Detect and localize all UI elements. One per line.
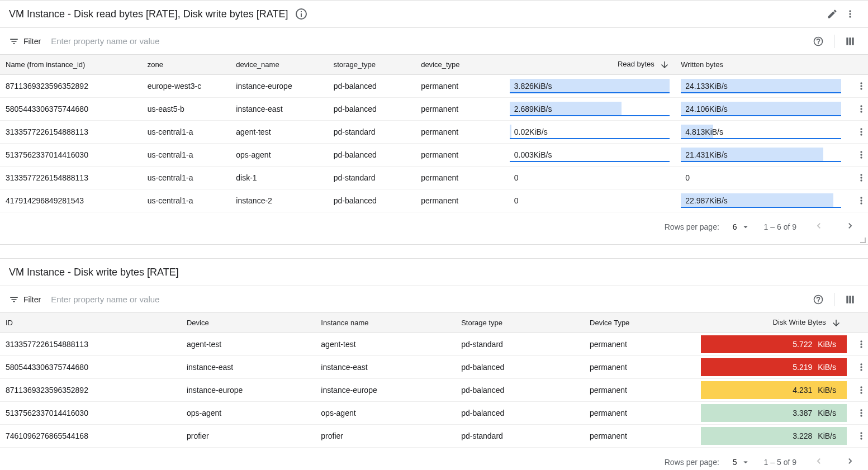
row-more-button[interactable] <box>852 123 868 141</box>
panel2-filter-input[interactable] <box>50 294 805 305</box>
cell-name: 3133577226154888113 <box>0 167 142 189</box>
col-storage-type[interactable]: Storage type <box>456 313 584 333</box>
col-instance[interactable]: Instance name <box>315 313 456 333</box>
col-disk-write-bytes[interactable]: Disk Write Bytes <box>701 313 847 333</box>
row-actions <box>847 121 868 144</box>
rpp-label: Rows per page: <box>665 458 719 467</box>
next-page-button[interactable] <box>841 217 859 236</box>
cell-device-type: permanent <box>415 144 504 167</box>
col-device-name[interactable]: device_name <box>230 55 328 75</box>
cell-storage-type: pd-balanced <box>328 75 415 98</box>
table-row[interactable]: 5137562337014416030us-central1-aops-agen… <box>0 144 868 167</box>
row-more-button[interactable] <box>852 77 868 95</box>
cell-storage-type: pd-balanced <box>328 144 415 167</box>
cell-disk-write: 3.387KiB/s <box>701 402 847 425</box>
metric-cell: 0.003KiB/s <box>504 144 676 167</box>
rpp-select[interactable]: 5 <box>733 457 751 467</box>
row-more-button[interactable] <box>852 146 868 164</box>
panel1-header: VM Instance - Disk read bytes [RATE], Di… <box>0 1 868 27</box>
row-more-button[interactable] <box>852 192 868 210</box>
table-row[interactable]: 3133577226154888113us-central1-aagent-te… <box>0 121 868 144</box>
col-device[interactable]: Device <box>181 313 315 333</box>
row-actions <box>847 356 868 379</box>
col-id[interactable]: ID <box>0 313 181 333</box>
table-row[interactable]: 8711369323596352892instance-europeinstan… <box>0 379 868 402</box>
table-row[interactable]: 3133577226154888113agent-testagent-testp… <box>0 333 868 356</box>
cell-device-type: permanent <box>584 333 701 356</box>
cell-storage-type: pd-balanced <box>456 402 584 425</box>
cell-storage-type: pd-standard <box>328 167 415 189</box>
table-row[interactable]: 7461096276865544168profierprofierpd-stan… <box>0 425 868 448</box>
cell-instance: instance-east <box>315 356 456 379</box>
columns-button[interactable] <box>841 291 859 308</box>
table-header-row: ID Device Instance name Storage type Dev… <box>0 313 868 333</box>
cell-name: 8711369323596352892 <box>0 75 142 98</box>
metric-cell: 3.826KiB/s <box>504 75 676 98</box>
col-zone[interactable]: zone <box>142 55 231 75</box>
cell-id: 7461096276865544168 <box>0 425 181 448</box>
dropdown-icon <box>741 457 751 467</box>
col-device-type[interactable]: Device Type <box>584 313 701 333</box>
cell-storage-type: pd-balanced <box>456 356 584 379</box>
metric-cell: 4.813KiB/s <box>675 121 847 144</box>
col-name[interactable]: Name (from instance_id) <box>0 55 142 75</box>
col-written-bytes[interactable]: Written bytes <box>675 55 847 75</box>
filter-label: Filter <box>23 295 41 304</box>
row-more-button[interactable] <box>852 335 868 353</box>
cell-device-type: permanent <box>415 98 504 121</box>
metric-cell: 22.987KiB/s <box>675 189 847 212</box>
table-row[interactable]: 5805443306375744680instance-eastinstance… <box>0 356 868 379</box>
col-read-bytes[interactable]: Read bytes <box>504 55 676 75</box>
cell-zone: us-central1-a <box>142 189 231 212</box>
metric-cell: 0.02KiB/s <box>504 121 676 144</box>
row-more-button[interactable] <box>852 100 868 118</box>
cell-device-name: disk-1 <box>230 167 328 189</box>
cell-storage-type: pd-balanced <box>328 98 415 121</box>
row-actions <box>847 98 868 121</box>
cell-device-type: permanent <box>415 167 504 189</box>
cell-zone: us-east5-b <box>142 98 231 121</box>
cell-device: agent-test <box>181 333 315 356</box>
cell-instance: instance-europe <box>315 379 456 402</box>
filter-icon <box>9 36 19 46</box>
help-button[interactable] <box>809 291 827 308</box>
col-storage-type[interactable]: storage_type <box>328 55 415 75</box>
cell-instance: ops-agent <box>315 402 456 425</box>
panel1-filter-input[interactable] <box>50 36 805 46</box>
row-more-button[interactable] <box>852 169 868 187</box>
cell-name: 417914296849281543 <box>0 189 142 212</box>
next-page-button[interactable] <box>841 452 859 470</box>
help-button[interactable] <box>809 32 827 50</box>
row-more-button[interactable] <box>852 427 868 445</box>
panel2-filter-bar: Filter <box>0 286 868 312</box>
cell-device-name: instance-2 <box>230 189 328 212</box>
row-more-button[interactable] <box>852 381 868 399</box>
metric-cell: 24.133KiB/s <box>675 75 847 98</box>
row-more-button[interactable] <box>852 404 868 422</box>
cell-device-name: ops-agent <box>230 144 328 167</box>
table-row[interactable]: 417914296849281543us-central1-ainstance-… <box>0 189 868 212</box>
sort-desc-icon <box>660 60 670 70</box>
page-range: 1 – 6 of 9 <box>764 222 796 231</box>
rpp-select[interactable]: 6 <box>733 222 751 232</box>
cell-storage-type: pd-balanced <box>456 379 584 402</box>
edit-button[interactable] <box>823 5 841 23</box>
table-row[interactable]: 3133577226154888113us-central1-adisk-1pd… <box>0 167 868 189</box>
row-more-button[interactable] <box>852 358 868 376</box>
info-icon[interactable] <box>295 7 308 21</box>
cell-device: instance-europe <box>181 379 315 402</box>
cell-disk-write: 5.219KiB/s <box>701 356 847 379</box>
panel1-filter-bar: Filter <box>0 27 868 54</box>
more-button[interactable] <box>841 5 859 23</box>
metric-cell: 0 <box>675 167 847 189</box>
columns-button[interactable] <box>841 32 859 50</box>
row-actions <box>847 75 868 98</box>
table-row[interactable]: 5805443306375744680us-east5-binstance-ea… <box>0 98 868 121</box>
col-device-type[interactable]: device_type <box>415 55 504 75</box>
table-row[interactable]: 8711369323596352892europe-west3-cinstanc… <box>0 75 868 98</box>
prev-page-button[interactable] <box>810 217 828 236</box>
prev-page-button[interactable] <box>810 452 828 470</box>
cell-name: 3133577226154888113 <box>0 121 142 144</box>
resize-handle[interactable] <box>0 241 868 244</box>
table-row[interactable]: 5137562337014416030ops-agentops-agentpd-… <box>0 402 868 425</box>
